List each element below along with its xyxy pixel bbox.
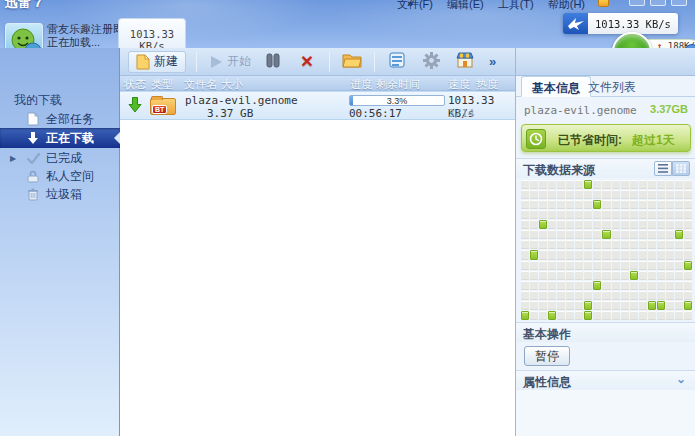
source-block [566, 180, 574, 189]
toolbar-more-icon[interactable]: » [489, 54, 496, 69]
col-status[interactable]: 状态 [124, 77, 146, 92]
grid-view-toggle[interactable] [672, 161, 690, 176]
folder-icon [342, 52, 362, 68]
menu-help[interactable]: 帮助(H) [548, 0, 585, 12]
maximize-button[interactable] [650, 0, 666, 6]
task-row[interactable]: BT plaza-evil.genome 3.37 GB 3.3% 00:56:… [120, 91, 515, 120]
source-block [639, 250, 647, 259]
clock-icon [526, 129, 546, 149]
source-block [521, 281, 529, 290]
source-block [557, 230, 565, 239]
source-block [593, 190, 601, 199]
source-block-active [539, 220, 547, 229]
col-heat[interactable]: 热度 [476, 77, 498, 92]
task-filename: plaza-evil.genome [185, 94, 298, 107]
source-block [602, 311, 610, 320]
sidebar-item-private-space[interactable]: 私人空间 [0, 167, 120, 185]
source-block [548, 261, 556, 270]
source-block [657, 240, 665, 249]
source-block [666, 311, 674, 320]
source-block [675, 281, 683, 290]
ops-section-header: 基本操作 [516, 322, 695, 342]
source-block [584, 261, 592, 270]
new-task-label: 新建 [154, 53, 178, 70]
panel-tabs: 基本信息 文件列表 [516, 76, 695, 97]
menu-tools[interactable]: 工具(T) [498, 0, 534, 12]
source-block [566, 281, 574, 290]
col-size[interactable]: 大小 [221, 77, 243, 92]
sidebar-item-downloading[interactable]: 正在下载 [0, 128, 120, 148]
source-block [539, 271, 547, 280]
source-block [612, 200, 620, 209]
source-block [675, 200, 683, 209]
source-block [521, 200, 529, 209]
new-task-button[interactable]: 新建 [128, 51, 186, 73]
source-block [612, 311, 620, 320]
source-block-active [521, 311, 529, 320]
list-view-toggle[interactable] [654, 161, 672, 176]
task-list-view-button[interactable] [385, 52, 409, 71]
source-block [557, 180, 565, 189]
gear-icon [423, 52, 440, 69]
source-block [621, 250, 629, 259]
source-block [639, 271, 647, 280]
speed-tab[interactable]: 1013.33 KB/s [118, 18, 186, 48]
col-time-left[interactable]: 剩余时间 [376, 77, 420, 92]
source-block [566, 261, 574, 270]
source-block [684, 281, 692, 290]
tab-file-list[interactable]: 文件列表 [578, 76, 646, 97]
minimize-button[interactable] [629, 0, 645, 6]
source-block [584, 210, 592, 219]
source-block [639, 261, 647, 270]
col-type[interactable]: 类型 [151, 77, 173, 92]
settings-button[interactable] [419, 52, 443, 72]
expand-arrow-icon[interactable]: ▶ [10, 154, 16, 163]
skin-icon[interactable] [598, 0, 609, 7]
pause-button[interactable]: 暂停 [524, 346, 570, 366]
source-block [666, 230, 674, 239]
source-block [593, 271, 601, 280]
source-block [666, 200, 674, 209]
source-block [657, 261, 665, 270]
col-filename[interactable]: 文件名 [184, 77, 217, 92]
source-block [621, 230, 629, 239]
source-block [648, 311, 656, 320]
pause-all-button[interactable] [261, 53, 285, 71]
play-icon [209, 55, 223, 69]
source-block [648, 190, 656, 199]
col-speed[interactable]: 速度 [448, 77, 470, 92]
sidebar-item-completed[interactable]: ▶ 已完成 [0, 149, 120, 167]
source-block [530, 240, 538, 249]
source-block [521, 210, 529, 219]
open-folder-button[interactable] [340, 52, 364, 71]
source-block [566, 271, 574, 280]
delete-button[interactable]: ✕ [295, 52, 319, 71]
chevron-down-icon[interactable]: ⌄ [676, 372, 686, 386]
source-block [602, 200, 610, 209]
source-block [521, 261, 529, 270]
source-block [575, 240, 583, 249]
source-block [675, 291, 683, 300]
source-block [639, 190, 647, 199]
document-icon [26, 112, 40, 126]
menu-edit[interactable]: 编辑(E) [447, 0, 484, 12]
menu-file[interactable]: 文件(F) [397, 0, 433, 12]
props-section-header: 属性信息 ⌄ [516, 370, 695, 390]
source-block [575, 220, 583, 229]
source-block [639, 311, 647, 320]
sidebar-item-trash[interactable]: 垃圾箱 [0, 185, 120, 203]
sidebar-item-all-tasks[interactable]: 全部任务 [0, 110, 120, 128]
source-block [630, 291, 638, 300]
source-block [548, 291, 556, 300]
source-block [666, 271, 674, 280]
source-block [566, 291, 574, 300]
close-button[interactable] [671, 0, 687, 6]
panel-file-size: 3.37GB [650, 103, 688, 115]
check-icon [26, 151, 40, 165]
app-store-button[interactable] [453, 52, 477, 71]
source-block [575, 271, 583, 280]
source-block [648, 210, 656, 219]
start-button[interactable]: 开始 [209, 53, 251, 70]
source-block [539, 311, 547, 320]
col-progress[interactable]: 进度 [350, 77, 372, 92]
